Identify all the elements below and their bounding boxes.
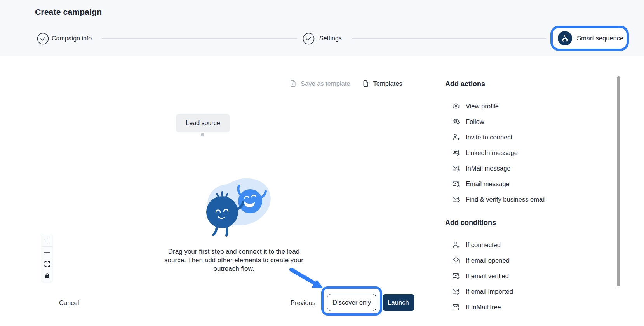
sidebar-item-linkedin-message[interactable]: LinkedIn message [452, 145, 612, 160]
step-connector [352, 38, 546, 39]
empty-state-text: Drag your first step and connect it to t… [163, 248, 305, 273]
plus-button[interactable] [42, 235, 52, 247]
step-connector [102, 38, 297, 39]
canvas-zoom-controls [42, 235, 52, 282]
cancel-button[interactable]: Cancel [59, 299, 79, 307]
sidebar-item-if-connected[interactable]: If connected [452, 237, 612, 253]
user-plus-icon [452, 133, 460, 141]
sidebar-item-if-email-verified[interactable]: If email verified [452, 268, 612, 284]
step-smart-sequence-highlighted[interactable]: Smart sequence [550, 26, 629, 51]
step-campaign-info[interactable]: Campaign info [52, 35, 92, 42]
file-plus-icon [289, 80, 297, 87]
actions-list: View profileFollowInvite to connectLinke… [452, 98, 612, 207]
file-icon [362, 80, 370, 87]
add-actions-heading: Add actions [445, 80, 612, 88]
sidebar-item-label: InMail message [466, 165, 511, 172]
eye-icon [452, 102, 460, 110]
wizard-header: Create campaign Campaign info Settings S… [0, 0, 644, 56]
scrollbar-thumb[interactable] [617, 76, 620, 286]
sidebar-item-label: If email opened [466, 257, 510, 264]
empty-state-illustration [194, 173, 274, 239]
envelope-arrow-icon [452, 164, 460, 173]
check-circle-icon [303, 33, 315, 45]
page-title: Create campaign [35, 7, 102, 17]
chat-arrow-icon [452, 148, 460, 157]
sidebar-item-label: If email verified [466, 272, 509, 280]
sidebar-item-label: Follow [466, 118, 484, 126]
step-smart-sequence-label: Smart sequence [577, 35, 623, 42]
sidebar-item-label: Email message [466, 180, 510, 188]
fit-view-button[interactable] [42, 258, 52, 270]
sequence-icon [558, 31, 572, 45]
plus-icon [43, 237, 51, 245]
envelope-check-icon [452, 287, 460, 296]
sidebar-item-invite-to-connect[interactable]: Invite to connect [452, 129, 612, 145]
svg-text:$: $ [457, 308, 459, 311]
envelope-arrow-icon [452, 180, 460, 188]
sidebar-item-label: If connected [466, 241, 501, 249]
fit-view-icon [44, 260, 51, 268]
save-as-template-button[interactable]: Save as template [289, 80, 350, 87]
lead-source-label: Lead source [186, 120, 220, 127]
previous-button[interactable]: Previous [291, 299, 315, 307]
add-conditions-heading: Add conditions [445, 219, 612, 227]
sidebar-item-if-email-imported[interactable]: If email imported [452, 284, 612, 299]
conditions-list: If connectedIf email openedIf email veri… [452, 237, 612, 315]
create-campaign-window: Create campaign Campaign info Settings S… [0, 0, 644, 326]
envelope-check-icon [452, 195, 460, 204]
envelope-check-icon [452, 272, 460, 280]
sidebar-item-find-verify-business-email[interactable]: Find & verify business email [452, 192, 612, 207]
sidebar-item-if-email-opened[interactable]: If email opened [452, 253, 612, 268]
sidebar-item-label: Find & verify business email [466, 196, 545, 203]
user-check-icon [452, 241, 460, 249]
sidebar-item-label: If email imported [466, 288, 513, 295]
discover-only-button[interactable]: Discover only [327, 294, 376, 311]
envelope-dollar-icon: $ [452, 303, 460, 311]
sidebar-item-follow[interactable]: Follow [452, 114, 612, 129]
templates-label: Templates [373, 80, 402, 87]
minus-icon [43, 248, 51, 257]
save-as-template-label: Save as template [301, 80, 350, 87]
sidebar-item-label: If InMail free [466, 303, 501, 311]
templates-button[interactable]: Templates [362, 80, 402, 87]
envelope-open-icon [452, 256, 460, 265]
eye-check-icon [452, 117, 460, 126]
sidebar-item-email-message[interactable]: Email message [452, 176, 612, 192]
minus-button[interactable] [42, 247, 52, 258]
step-settings[interactable]: Settings [319, 35, 342, 42]
sidebar-item-if-inmail-free[interactable]: $If InMail free [452, 299, 612, 315]
lock-icon [44, 272, 51, 280]
check-circle-icon [37, 33, 49, 45]
sidebar-item-inmail-message[interactable]: InMail message [452, 160, 612, 176]
sidebar-item-label: View profile [466, 103, 499, 110]
sidebar-item-view-profile[interactable]: View profile [452, 98, 612, 114]
sidebar-item-label: Invite to connect [466, 134, 512, 141]
sidebar-item-label: LinkedIn message [466, 149, 518, 157]
sidebar-add-elements: Add actions View profileFollowInvite to … [445, 80, 612, 315]
node-connection-port[interactable] [201, 133, 204, 136]
lead-source-node[interactable]: Lead source [176, 114, 230, 132]
launch-button[interactable]: Launch [383, 294, 414, 311]
canvas-toolbar: Save as template Templates [289, 80, 402, 87]
lock-button[interactable] [42, 270, 52, 282]
